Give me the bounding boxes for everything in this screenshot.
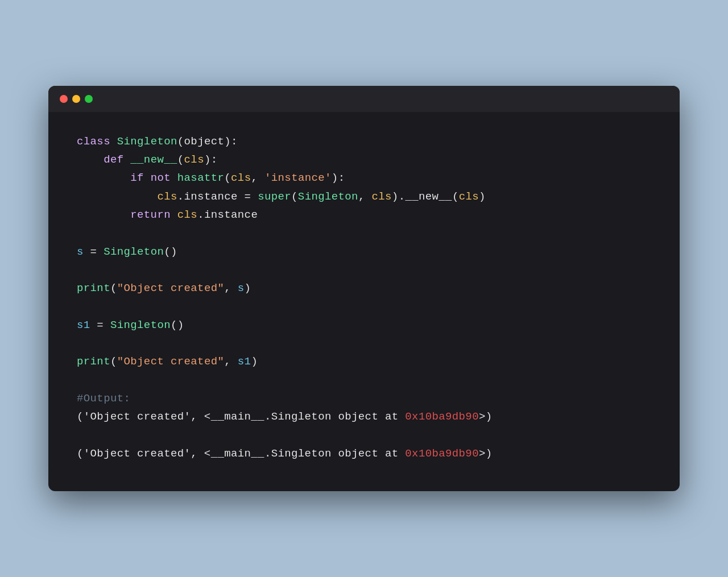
code-line-5: return cls.instance: [77, 206, 651, 224]
code-line-18: ('Object created', <__main__.Singleton o…: [77, 445, 651, 463]
titlebar: [48, 86, 680, 112]
code-line-4: cls.instance = super(Singleton, cls).__n…: [77, 188, 651, 206]
code-window: class Singleton(object): def __new__(cls…: [48, 86, 680, 491]
code-line-2: def __new__(cls):: [77, 151, 651, 169]
close-button[interactable]: [60, 95, 68, 103]
code-editor: class Singleton(object): def __new__(cls…: [48, 112, 680, 491]
code-line-3: if not hasattr(cls, 'instance'):: [77, 169, 651, 187]
code-line-11: s1 = Singleton(): [77, 316, 651, 334]
code-line-7: s = Singleton(): [77, 243, 651, 261]
code-line-1: class Singleton(object):: [77, 132, 651, 151]
maximize-button[interactable]: [85, 95, 93, 103]
code-line-13: print("Object created", s1): [77, 352, 651, 371]
code-line-9: print("Object created", s): [77, 279, 651, 297]
minimize-button[interactable]: [72, 95, 80, 103]
code-line-15: #Output:: [77, 389, 651, 408]
code-line-16: ('Object created', <__main__.Singleton o…: [77, 408, 651, 426]
